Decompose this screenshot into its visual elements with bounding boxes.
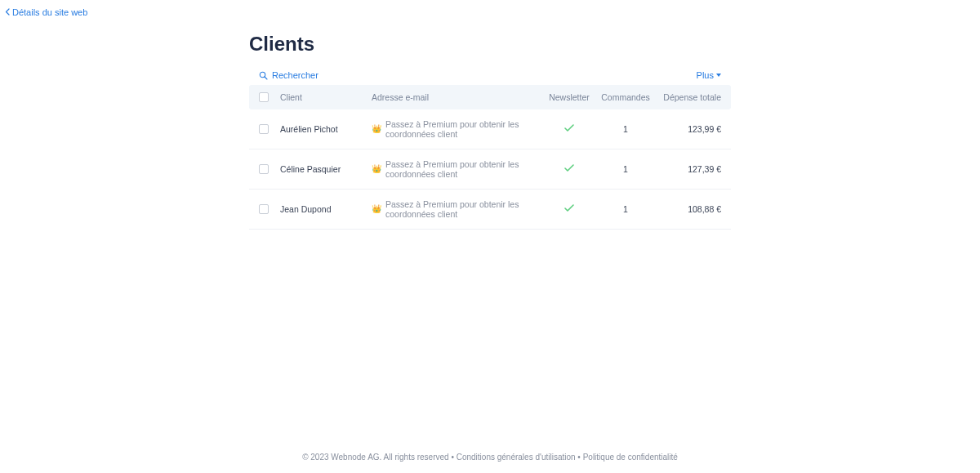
crown-icon: 👑 — [372, 205, 381, 213]
col-header-email: Adresse e-mail — [372, 92, 545, 102]
check-icon — [564, 123, 574, 135]
footer-terms-link[interactable]: Conditions générales d'utilisation — [457, 453, 576, 462]
search-icon — [259, 71, 268, 80]
col-header-newsletter: Newsletter — [545, 92, 594, 102]
col-header-orders: Commandes — [594, 92, 657, 102]
toolbar: Rechercher Plus — [249, 70, 731, 80]
client-name[interactable]: Aurélien Pichot — [280, 124, 372, 134]
newsletter-cell — [545, 123, 594, 135]
orders-cell: 1 — [594, 164, 657, 174]
crown-icon: 👑 — [372, 125, 381, 133]
back-link-label: Détails du site web — [12, 7, 87, 17]
chevron-left-icon — [5, 7, 10, 17]
newsletter-cell — [545, 163, 594, 175]
table-header: Client Adresse e-mail Newsletter Command… — [249, 85, 731, 109]
spent-cell: 127,39 € — [657, 164, 721, 174]
client-email-premium[interactable]: 👑Passez à Premium pour obtenir les coord… — [372, 199, 545, 219]
newsletter-cell — [545, 203, 594, 215]
client-name[interactable]: Céline Pasquier — [280, 164, 372, 174]
client-name[interactable]: Jean Dupond — [280, 204, 372, 214]
back-link[interactable]: Détails du site web — [5, 7, 87, 17]
spent-cell: 108,88 € — [657, 204, 721, 214]
footer-privacy-link[interactable]: Politique de confidentialité — [583, 453, 678, 462]
more-label: Plus — [697, 70, 714, 80]
orders-cell: 1 — [594, 124, 657, 134]
row-checkbox[interactable] — [259, 124, 269, 134]
crown-icon: 👑 — [372, 165, 381, 173]
client-email-premium[interactable]: 👑Passez à Premium pour obtenir les coord… — [372, 159, 545, 179]
table-row[interactable]: Aurélien Pichot👑Passez à Premium pour ob… — [249, 109, 731, 149]
footer: © 2023 Webnode AG. All rights reserved •… — [0, 453, 980, 462]
table-row[interactable]: Jean Dupond👑Passez à Premium pour obteni… — [249, 190, 731, 230]
client-email-premium[interactable]: 👑Passez à Premium pour obtenir les coord… — [372, 119, 545, 139]
spent-cell: 123,99 € — [657, 124, 721, 134]
table-row[interactable]: Céline Pasquier👑Passez à Premium pour ob… — [249, 149, 731, 190]
svg-line-1 — [265, 77, 267, 79]
more-dropdown[interactable]: Plus — [697, 70, 721, 80]
page-title: Clients — [249, 33, 731, 56]
check-icon — [564, 203, 574, 215]
main-content: Clients Rechercher Plus Client Adresse e… — [249, 0, 731, 230]
search-button[interactable]: Rechercher — [259, 70, 318, 80]
row-checkbox[interactable] — [259, 164, 269, 174]
premium-notice: Passez à Premium pour obtenir les coordo… — [385, 159, 545, 179]
premium-notice: Passez à Premium pour obtenir les coordo… — [385, 119, 545, 139]
caret-down-icon — [716, 74, 721, 77]
row-checkbox[interactable] — [259, 204, 269, 214]
footer-copyright: © 2023 Webnode AG. All rights reserved — [302, 453, 449, 462]
col-header-spent: Dépense totale — [657, 92, 721, 102]
col-header-client: Client — [280, 92, 372, 102]
table-body: Aurélien Pichot👑Passez à Premium pour ob… — [249, 109, 731, 230]
check-icon — [564, 163, 574, 175]
search-label: Rechercher — [272, 70, 318, 80]
orders-cell: 1 — [594, 204, 657, 214]
premium-notice: Passez à Premium pour obtenir les coordo… — [385, 199, 545, 219]
select-all-checkbox[interactable] — [259, 92, 269, 102]
